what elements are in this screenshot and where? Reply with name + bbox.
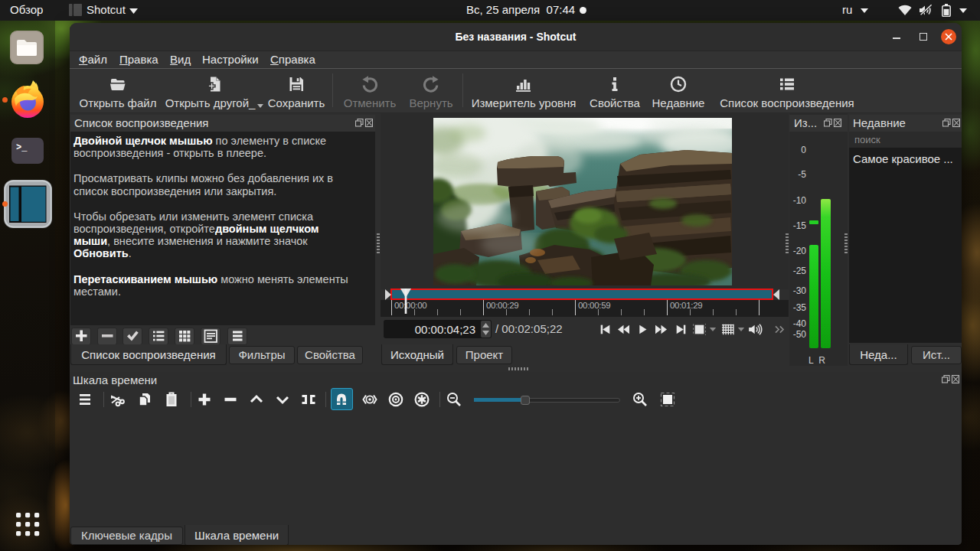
svg-text:>_: >_ <box>16 142 28 153</box>
